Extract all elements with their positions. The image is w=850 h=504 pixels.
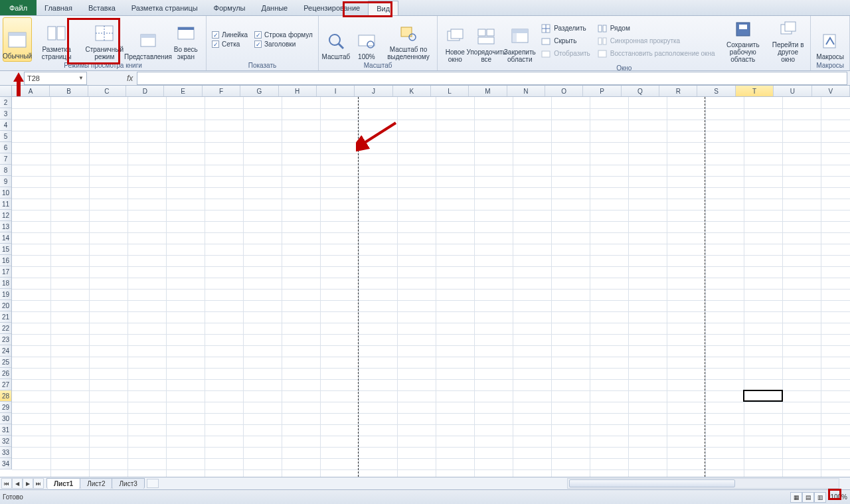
- row-header-34[interactable]: 34: [0, 458, 11, 469]
- column-header-Q[interactable]: Q: [622, 86, 659, 96]
- row-header-7[interactable]: 7: [0, 153, 11, 165]
- row-header-16[interactable]: 16: [0, 255, 11, 266]
- arrange-all-button[interactable]: Упорядочить все: [471, 17, 501, 64]
- tab-formulas[interactable]: Формулы: [206, 0, 254, 15]
- column-header-E[interactable]: E: [164, 86, 202, 96]
- view-normal-shortcut[interactable]: ▦: [790, 492, 802, 503]
- column-header-R[interactable]: R: [659, 86, 697, 96]
- tab-view[interactable]: Вид: [368, 1, 398, 15]
- row-header-27[interactable]: 27: [0, 379, 11, 390]
- row-header-10[interactable]: 10: [0, 187, 11, 199]
- row-header-23[interactable]: 23: [0, 334, 11, 345]
- hide-button[interactable]: Скрыть: [541, 36, 590, 46]
- ruler-checkbox[interactable]: ✓Линейка: [212, 31, 248, 39]
- zoom-100-button[interactable]: 100%: [352, 17, 381, 62]
- column-header-A[interactable]: A: [12, 86, 50, 96]
- freeze-panes-button[interactable]: Закрепить области: [503, 17, 537, 64]
- column-header-D[interactable]: D: [126, 86, 164, 96]
- row-header-24[interactable]: 24: [0, 345, 11, 357]
- active-cell[interactable]: [743, 390, 783, 402]
- sheet-nav-next[interactable]: ▶: [23, 478, 33, 489]
- name-box[interactable]: T28 ▼: [24, 72, 87, 85]
- row-header-8[interactable]: 8: [0, 165, 11, 176]
- column-header-B[interactable]: B: [50, 86, 88, 96]
- sheet-nav-first[interactable]: ⏮: [1, 478, 12, 489]
- row-header-6[interactable]: 6: [0, 142, 11, 153]
- column-header-M[interactable]: M: [469, 86, 507, 96]
- tab-home[interactable]: Главная: [37, 0, 80, 15]
- save-workspace-button[interactable]: Сохранить рабочую область: [719, 17, 767, 64]
- gridlines-checkbox[interactable]: ✓Сетка: [212, 41, 248, 48]
- column-header-H[interactable]: H: [279, 86, 317, 96]
- column-header-F[interactable]: F: [203, 86, 240, 96]
- add-sheet-button[interactable]: [147, 479, 159, 488]
- row-header-17[interactable]: 17: [0, 266, 11, 278]
- custom-views-button[interactable]: Представления: [129, 17, 167, 62]
- column-header-P[interactable]: P: [583, 86, 621, 96]
- fullscreen-button[interactable]: Во весь экран: [169, 17, 204, 62]
- row-header-11[interactable]: 11: [0, 199, 11, 210]
- switch-windows-button[interactable]: Перейти в другое окно: [768, 17, 808, 64]
- row-header-26[interactable]: 26: [0, 368, 11, 379]
- row-header-13[interactable]: 13: [0, 221, 11, 232]
- view-page-break-shortcut[interactable]: ▥: [814, 492, 826, 503]
- column-header-I[interactable]: I: [317, 86, 355, 96]
- column-header-U[interactable]: U: [774, 86, 811, 96]
- normal-view-button[interactable]: Обычный: [3, 17, 32, 62]
- column-header-O[interactable]: O: [545, 86, 583, 96]
- headings-checkbox[interactable]: ✓Заголовки: [254, 41, 313, 48]
- column-header-N[interactable]: N: [507, 86, 545, 96]
- zoom-button[interactable]: Масштаб: [321, 17, 351, 62]
- row-header-3[interactable]: 3: [0, 108, 11, 120]
- row-header-15[interactable]: 15: [0, 244, 11, 255]
- row-header-31[interactable]: 31: [0, 424, 11, 436]
- sheet-nav-last[interactable]: ⏭: [33, 478, 44, 489]
- split-button[interactable]: Разделить: [541, 23, 590, 34]
- column-header-J[interactable]: J: [355, 86, 392, 96]
- row-header-18[interactable]: 18: [0, 278, 11, 289]
- spreadsheet-grid[interactable]: ABCDEFGHIJKLMNOPQRSTUV 23456789101112131…: [0, 86, 850, 477]
- column-header-L[interactable]: L: [431, 86, 469, 96]
- column-header-T[interactable]: T: [736, 86, 774, 96]
- row-header-14[interactable]: 14: [0, 232, 11, 244]
- cells-area[interactable]: [12, 97, 850, 477]
- row-header-28[interactable]: 28: [0, 390, 11, 402]
- page-layout-button[interactable]: Разметка страницы: [33, 17, 80, 62]
- row-header-32[interactable]: 32: [0, 436, 11, 447]
- fx-label[interactable]: fx: [127, 74, 133, 83]
- column-header-S[interactable]: S: [697, 86, 735, 96]
- formula-input[interactable]: [137, 72, 847, 85]
- row-header-20[interactable]: 20: [0, 300, 11, 311]
- side-by-side-button[interactable]: Рядом: [597, 23, 715, 34]
- tab-data[interactable]: Данные: [253, 0, 296, 15]
- page-break-preview-button[interactable]: Страничный режим: [81, 17, 128, 62]
- row-header-5[interactable]: 5: [0, 131, 11, 142]
- column-header-G[interactable]: G: [240, 86, 278, 96]
- horizontal-scrollbar[interactable]: [567, 478, 839, 489]
- row-header-2[interactable]: 2: [0, 97, 11, 108]
- formula-bar-checkbox[interactable]: ✓Строка формул: [254, 31, 313, 39]
- macros-button[interactable]: Макросы: [813, 17, 847, 62]
- sheet-nav-prev[interactable]: ◀: [12, 478, 23, 489]
- row-header-4[interactable]: 4: [0, 120, 11, 131]
- row-header-9[interactable]: 9: [0, 176, 11, 187]
- zoom-selection-button[interactable]: Масштаб по выделенному: [382, 17, 434, 62]
- tab-insert[interactable]: Вставка: [80, 0, 124, 15]
- column-header-K[interactable]: K: [393, 86, 431, 96]
- select-all-button[interactable]: [0, 86, 12, 97]
- row-header-22[interactable]: 22: [0, 323, 11, 334]
- sheet-tab-Лист1[interactable]: Лист1: [46, 478, 80, 489]
- row-header-29[interactable]: 29: [0, 402, 11, 413]
- row-header-19[interactable]: 19: [0, 289, 11, 300]
- sheet-tab-Лист3[interactable]: Лист3: [112, 478, 144, 489]
- row-header-12[interactable]: 12: [0, 210, 11, 221]
- row-header-30[interactable]: 30: [0, 413, 11, 424]
- horizontal-scroll-thumb[interactable]: [569, 479, 735, 487]
- name-box-dropdown-icon[interactable]: ▼: [78, 75, 84, 81]
- row-header-33[interactable]: 33: [0, 447, 11, 458]
- new-window-button[interactable]: Новое окно: [440, 17, 469, 64]
- row-header-21[interactable]: 21: [0, 311, 11, 323]
- column-header-C[interactable]: C: [88, 86, 126, 96]
- tab-page-layout[interactable]: Разметка страницы: [124, 0, 206, 15]
- column-header-V[interactable]: V: [812, 86, 850, 96]
